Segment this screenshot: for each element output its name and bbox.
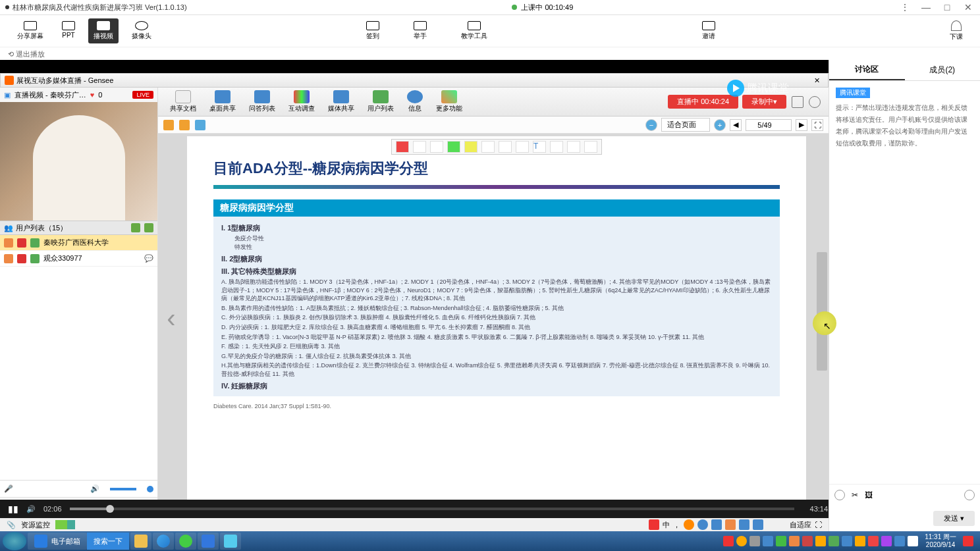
progress-bar[interactable]: [70, 508, 794, 510]
settings-icon[interactable]: [964, 490, 975, 500]
gear-icon[interactable]: [809, 96, 821, 108]
slide-prev-button[interactable]: ‹: [158, 134, 184, 502]
tray-notif-icon[interactable]: [963, 536, 973, 546]
scissors-button[interactable]: ✂: [852, 490, 858, 500]
tool5-icon[interactable]: [753, 519, 763, 530]
tray-app6-icon[interactable]: [855, 536, 865, 546]
tray-app9-icon[interactable]: [894, 536, 905, 546]
invite-button[interactable]: 邀请: [697, 18, 721, 43]
expand-button[interactable]: ⛶: [815, 521, 822, 529]
sogou-icon[interactable]: [649, 519, 659, 530]
ppt-button[interactable]: PPT: [57, 18, 80, 43]
line-tool[interactable]: [499, 141, 512, 153]
pause-button[interactable]: ▮▮: [8, 504, 18, 514]
system-clock[interactable]: 11:31 周一 2020/9/14: [921, 533, 960, 549]
prev-page-button[interactable]: ◀: [730, 119, 742, 131]
next-page-button[interactable]: ▶: [796, 119, 807, 131]
tray-app1-icon[interactable]: [789, 536, 800, 546]
presenter-video[interactable]: [0, 102, 157, 221]
undo-tool[interactable]: [550, 141, 563, 153]
marker-tool[interactable]: [464, 141, 477, 153]
image-button[interactable]: 🖼: [865, 490, 873, 500]
pointer-tool[interactable]: [396, 141, 409, 153]
tool2-icon[interactable]: [711, 519, 722, 530]
tray-sogou-icon[interactable]: [723, 536, 734, 546]
eraser-tool[interactable]: [430, 141, 443, 153]
tray-app3-icon[interactable]: [815, 536, 826, 546]
task-explorer[interactable]: [130, 533, 151, 550]
close-button[interactable]: ✕: [962, 2, 975, 13]
save-tool[interactable]: [584, 141, 597, 153]
page-select[interactable]: 5/49: [746, 119, 792, 131]
tab-members[interactable]: 成员(2): [905, 60, 981, 80]
task-wps[interactable]: [198, 533, 219, 550]
layout-icon[interactable]: [792, 96, 803, 108]
class-status: 上课中 00:10:49: [521, 3, 573, 13]
raise-hand-button[interactable]: 举手: [408, 18, 432, 43]
tray-360-icon[interactable]: [736, 536, 747, 546]
tool4-icon[interactable]: [739, 519, 749, 530]
more-button[interactable]: ⋮: [898, 2, 912, 13]
cloud-icon[interactable]: [684, 519, 694, 530]
zoom-in-button[interactable]: +: [714, 119, 726, 131]
end-class-button[interactable]: 下课: [944, 18, 968, 44]
camera-icon: [135, 21, 148, 30]
task-app[interactable]: [220, 533, 241, 550]
camera-button[interactable]: 摄像头: [126, 18, 157, 43]
arrow-tool[interactable]: [516, 141, 529, 153]
tool3-icon[interactable]: [725, 519, 736, 530]
tray-app4-icon[interactable]: [829, 536, 839, 546]
volume-button[interactable]: 🔊: [26, 505, 36, 513]
media-share-button[interactable]: 媒体共享: [321, 89, 361, 115]
pen-tool[interactable]: [413, 141, 426, 153]
qa-button[interactable]: 问答列表: [242, 89, 282, 115]
share-doc-button[interactable]: 共享文档: [163, 89, 203, 115]
exit-playback-button[interactable]: ⟲ 退出播放: [0, 47, 980, 60]
tray-net-icon[interactable]: [763, 536, 773, 546]
tab-discussion[interactable]: 讨论区: [829, 60, 905, 80]
folder-add-icon[interactable]: [179, 120, 190, 130]
tray-wechat-icon[interactable]: [776, 536, 786, 546]
zoom-select[interactable]: 适合页面: [661, 118, 710, 132]
tray-app2-icon[interactable]: [802, 536, 813, 546]
task-email[interactable]: 电子邮箱: [28, 533, 87, 550]
info-button[interactable]: 信息: [400, 89, 429, 115]
zoom-out-button[interactable]: −: [645, 119, 657, 131]
hand-list-icon[interactable]: [131, 223, 140, 232]
highlight-tool[interactable]: [447, 141, 460, 153]
clear-tool[interactable]: [567, 141, 580, 153]
tool1-icon[interactable]: [697, 519, 708, 530]
tray-volume-icon[interactable]: [908, 536, 918, 546]
teach-tools-button[interactable]: 教学工具: [456, 18, 493, 43]
maximize-button[interactable]: □: [940, 2, 954, 13]
desktop-share-button[interactable]: 桌面共享: [203, 89, 242, 115]
rect-tool[interactable]: [481, 141, 495, 153]
start-button[interactable]: [3, 532, 26, 550]
discussion-panel: 讨论区 成员(2) 腾讯课堂 提示：严禁出现违法违规发言信息，相关反馈将移送追究…: [829, 60, 980, 531]
task-browser[interactable]: [153, 533, 174, 550]
tray-drive-icon[interactable]: [749, 536, 760, 546]
folder-open-icon[interactable]: [163, 120, 174, 130]
search-button[interactable]: 搜索一下: [87, 533, 129, 550]
fullscreen-button[interactable]: ⛶: [811, 119, 823, 131]
doc-icon[interactable]: [195, 120, 205, 130]
tray-app8-icon[interactable]: [881, 536, 892, 546]
app-icon: [5, 5, 9, 9]
play-video-button[interactable]: 播视频: [88, 18, 119, 43]
minimize-button[interactable]: —: [919, 2, 933, 13]
more-func-button[interactable]: 更多功能: [429, 89, 469, 115]
user-row[interactable]: 秦映芬广西医科大学: [0, 235, 157, 251]
tray-app5-icon[interactable]: [842, 536, 852, 546]
share-screen-button[interactable]: 分享屏幕: [12, 18, 49, 43]
user-row[interactable]: 观众330977 💬: [0, 251, 157, 267]
gensee-close-button[interactable]: ✕: [810, 76, 824, 85]
survey-button[interactable]: 互动调查: [282, 89, 321, 115]
signin-button[interactable]: 签到: [361, 18, 385, 43]
mic-list-icon[interactable]: [144, 223, 153, 232]
task-media[interactable]: [175, 533, 196, 550]
tray-app7-icon[interactable]: [868, 536, 879, 546]
send-button[interactable]: 发送 ▾: [933, 511, 975, 526]
emoji-button[interactable]: [834, 490, 845, 500]
text-tool[interactable]: T: [533, 141, 546, 153]
user-list-button[interactable]: 用户列表: [361, 89, 400, 115]
